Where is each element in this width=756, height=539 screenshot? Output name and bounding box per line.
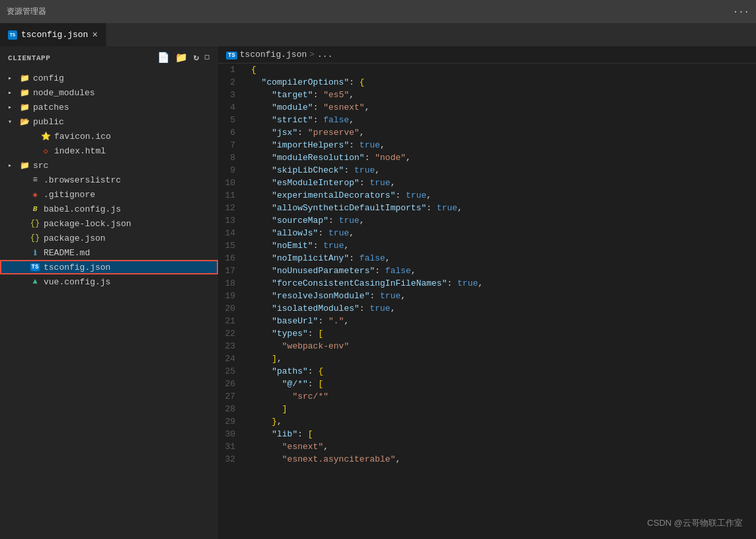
line-number: 3 (218, 89, 241, 101)
sidebar-item-src[interactable]: ▸ 📁 src (0, 158, 218, 173)
code-token: , (277, 415, 282, 428)
code-line: "allowSyntheticDefaultImports": true, (251, 202, 756, 214)
code-token: { (318, 365, 323, 378)
editor-content[interactable]: 1234567891011121314151617181920212223242… (218, 63, 756, 539)
code-token: "esnext" (323, 101, 364, 114)
collapse-icon[interactable]: ◻ (205, 52, 210, 64)
code-token: , (323, 440, 328, 453)
code-token: "types" (251, 327, 308, 340)
code-line: ] (251, 403, 756, 415)
code-token: : (328, 214, 339, 227)
new-file-icon[interactable]: 📄 (157, 52, 170, 64)
code-line: "baseUrl": ".", (251, 315, 756, 327)
line-number: 10 (218, 177, 241, 189)
code-token: : (308, 327, 319, 340)
code-token: , (391, 177, 396, 189)
code-lines[interactable]: { "compilerOptions": { "target": "es5", … (251, 63, 756, 539)
code-line: "@/*": [ (251, 378, 756, 390)
code-token: "skipLibCheck" (251, 164, 344, 177)
line-number: 30 (218, 428, 241, 440)
line-number: 13 (218, 214, 241, 227)
sidebar-item-readme[interactable]: ℹ README.md (0, 245, 218, 260)
line-number: 28 (218, 403, 241, 415)
code-line: "allowJs": true, (251, 227, 756, 239)
sidebar-item-label: config (33, 73, 218, 83)
sidebar-item-label: package.json (44, 233, 218, 243)
code-token: , (391, 302, 396, 315)
sidebar-item-label: .browserslistrc (44, 175, 218, 185)
code-token: "resolveJsonModule" (251, 290, 369, 302)
sidebar-item-vue-config[interactable]: ▲ vue.config.js (0, 274, 218, 289)
favicon-icon: ⭐ (40, 130, 52, 142)
sidebar-tree: ▸ 📁 config ▸ 📁 node_modules ▸ 📁 patches (0, 69, 218, 539)
sidebar-header: CLIENTAPP 📄 📁 ↻ ◻ (0, 46, 218, 69)
line-numbers: 1234567891011121314151617181920212223242… (218, 63, 251, 539)
code-token: true (328, 227, 349, 239)
code-line: "moduleResolution": "node", (251, 151, 756, 164)
code-token: : (313, 101, 324, 114)
sidebar-item-public[interactable]: ▾ 📂 public (0, 114, 218, 129)
sidebar-item-package-json[interactable]: {} package.json (0, 231, 218, 245)
title-bar-dots[interactable]: ··· (733, 7, 749, 17)
code-token: , (478, 277, 483, 290)
code-line: "importHelpers": true, (251, 139, 756, 151)
code-token: "node" (375, 151, 406, 164)
code-token: "noImplicitAny" (251, 252, 349, 265)
sidebar-item-browserslistrc[interactable]: ≡ .browserslistrc (0, 173, 218, 187)
sidebar-item-package-lock[interactable]: {} package-lock.json (0, 216, 218, 231)
code-line: "resolveJsonModule": true, (251, 290, 756, 302)
sidebar-item-babel-config[interactable]: B babel.config.js (0, 202, 218, 216)
tab-label: tsconfig.json (21, 30, 88, 40)
code-token: true (339, 214, 359, 227)
new-folder-icon[interactable]: 📁 (175, 52, 188, 64)
code-token: "esnext.asynciterable" (251, 453, 395, 466)
sidebar-item-patches[interactable]: ▸ 📁 patches (0, 100, 218, 114)
code-line: "esnext.asynciterable", (251, 453, 756, 466)
refresh-icon[interactable]: ↻ (194, 52, 200, 64)
code-token: , (365, 101, 370, 114)
json-icon: {} (29, 232, 41, 244)
code-token: [ (318, 327, 323, 340)
code-line: "webpack-env" (251, 340, 756, 352)
code-token: "sourceMap" (251, 214, 328, 227)
html-icon: ◇ (40, 145, 52, 157)
breadcrumb-file[interactable]: tsconfig.json (240, 50, 307, 60)
breadcrumb-extra[interactable]: ... (317, 50, 332, 60)
arrow-icon: ▸ (8, 161, 19, 169)
code-token: "." (328, 315, 344, 327)
watermark: CSDN @云哥物联工作室 (647, 517, 743, 529)
sidebar-item-label: package-lock.json (44, 219, 218, 229)
line-number: 2 (218, 76, 241, 89)
sidebar-item-gitignore[interactable]: ◈ .gitignore (0, 187, 218, 202)
sidebar-item-node-modules[interactable]: ▸ 📁 node_modules (0, 85, 218, 100)
code-line: { (251, 63, 756, 76)
code-token: "moduleResolution" (251, 151, 365, 164)
arrow-icon: ▸ (8, 103, 19, 111)
code-token: : (313, 239, 324, 252)
git-icon: ◈ (29, 188, 41, 200)
title-bar-label: 资源管理器 (7, 6, 46, 17)
code-line: "esnext", (251, 440, 756, 453)
tab-close-icon[interactable]: × (92, 30, 97, 40)
sidebar-item-index-html[interactable]: ◇ index.html (0, 144, 218, 158)
code-token: "paths" (251, 365, 308, 378)
code-token: "noUnusedParameters" (251, 265, 375, 277)
code-token: "lib" (251, 428, 297, 440)
code-token: , (426, 189, 432, 202)
sidebar-item-tsconfig[interactable]: TS tsconfig.json (0, 260, 218, 274)
tab-tsconfig[interactable]: TS tsconfig.json × (0, 23, 106, 46)
code-token: "preserve" (308, 126, 359, 139)
line-number: 26 (218, 378, 241, 390)
arrow-icon: ▾ (8, 118, 19, 126)
code-token: "importHelpers" (251, 139, 349, 151)
line-number: 14 (218, 227, 241, 239)
code-token: "esnext" (251, 440, 323, 453)
sidebar-item-config[interactable]: ▸ 📁 config (0, 71, 218, 85)
code-token: true (323, 239, 344, 252)
line-number: 15 (218, 239, 241, 252)
code-token: true (354, 164, 375, 177)
tsconfig-icon: TS (29, 261, 41, 273)
code-line: "module": "esnext", (251, 101, 756, 114)
sidebar-item-favicon[interactable]: ⭐ favicon.ico (0, 129, 218, 144)
code-line: "noImplicitAny": false, (251, 252, 756, 265)
